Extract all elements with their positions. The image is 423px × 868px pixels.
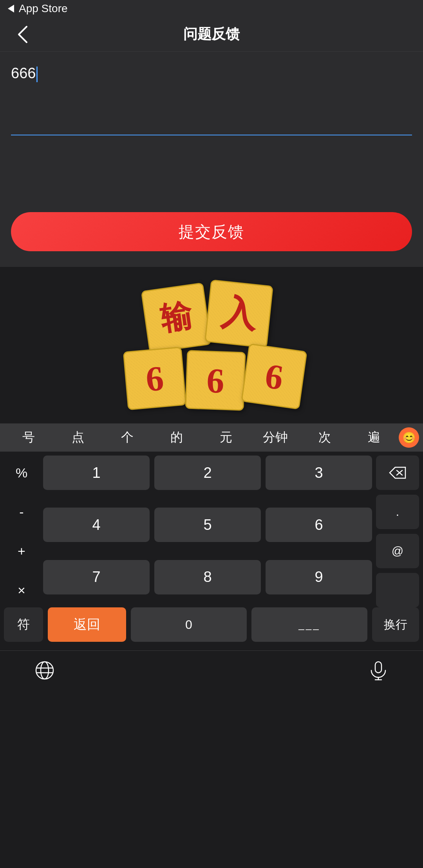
- key-empty: [376, 573, 419, 607]
- back-triangle-icon: [8, 5, 14, 13]
- suggestion-ci[interactable]: 次: [300, 423, 349, 452]
- key-plus[interactable]: +: [4, 534, 39, 568]
- tile-6a: 6: [123, 347, 187, 411]
- mic-button[interactable]: [365, 657, 392, 684]
- key-percent[interactable]: %: [4, 456, 39, 490]
- tile-6b: 6: [185, 350, 246, 411]
- keys-area: % - + × 1 2 3 4 5 6 7 8 9: [0, 452, 423, 650]
- suggestion-bian[interactable]: 遍: [349, 423, 399, 452]
- feedback-text-display: 666: [11, 61, 412, 131]
- key-space[interactable]: ___: [251, 607, 367, 642]
- key-9[interactable]: 9: [266, 560, 372, 594]
- status-bar: App Store: [0, 0, 423, 17]
- svg-rect-6: [375, 662, 381, 673]
- number-grid: 1 2 3 4 5 6 7 8 9: [39, 456, 376, 607]
- text-cursor: [36, 67, 38, 82]
- globe-button[interactable]: [31, 657, 58, 684]
- tile-ru: 入: [204, 279, 273, 348]
- key-return[interactable]: 返回: [48, 607, 126, 642]
- key-6[interactable]: 6: [266, 508, 372, 542]
- backspace-key[interactable]: [376, 456, 419, 490]
- key-zero[interactable]: 0: [131, 607, 247, 642]
- app-store-label: App Store: [19, 2, 68, 15]
- back-button[interactable]: [11, 23, 34, 46]
- emoji-button[interactable]: 😊: [399, 427, 419, 448]
- illustration-area: 输 入 6 6 6: [0, 267, 423, 423]
- key-minus[interactable]: -: [4, 495, 39, 529]
- nav-bar: 问题反馈: [0, 17, 423, 52]
- key-times[interactable]: ×: [4, 573, 39, 607]
- suggestion-hao[interactable]: 号: [4, 423, 53, 452]
- suggestion-ge[interactable]: 个: [103, 423, 152, 452]
- tile-shu: 输: [141, 283, 212, 353]
- key-dot[interactable]: .: [376, 495, 419, 529]
- submit-feedback-button[interactable]: 提交反馈: [11, 212, 412, 251]
- submit-btn-wrap: 提交反馈: [0, 200, 423, 267]
- keyboard-area: 号 点 个 的 元 分钟 次 遍 ✕ 😊 % - + × 1 2 3: [0, 423, 423, 690]
- key-3[interactable]: 3: [266, 456, 372, 490]
- right-column: . @: [376, 456, 423, 607]
- key-4[interactable]: 4: [43, 508, 150, 542]
- status-bar-left: App Store: [8, 2, 68, 15]
- key-8[interactable]: 8: [154, 560, 261, 594]
- key-5[interactable]: 5: [154, 508, 261, 542]
- key-2[interactable]: 2: [154, 456, 261, 490]
- svg-point-2: [36, 662, 53, 679]
- suggestions-row: 号 点 个 的 元 分钟 次 遍 ✕ 😊: [0, 423, 423, 452]
- keyboard-bottom-bar: [0, 650, 423, 690]
- key-at[interactable]: @: [376, 534, 419, 568]
- key-fu[interactable]: 符: [4, 607, 43, 642]
- page-title: 问题反馈: [183, 25, 240, 44]
- suggestion-yuan[interactable]: 元: [201, 423, 251, 452]
- svg-point-3: [41, 662, 49, 679]
- suggestion-dian[interactable]: 点: [53, 423, 103, 452]
- tiles-container: 输 入 6 6 6: [114, 283, 309, 416]
- main-content-area: 666: [0, 52, 423, 200]
- key-1[interactable]: 1: [43, 456, 150, 490]
- input-underline: [11, 135, 412, 135]
- key-huanxing[interactable]: 换行: [372, 607, 419, 642]
- symbol-column: % - + ×: [0, 456, 39, 607]
- suggestion-fenzhong[interactable]: 分钟: [251, 423, 300, 452]
- suggestion-de[interactable]: 的: [152, 423, 201, 452]
- feedback-value: 666: [11, 65, 36, 81]
- key-7[interactable]: 7: [43, 560, 150, 594]
- tile-6c: 6: [241, 343, 307, 409]
- bottom-keyboard-row: 符 返回 0 ___ 换行: [0, 607, 423, 646]
